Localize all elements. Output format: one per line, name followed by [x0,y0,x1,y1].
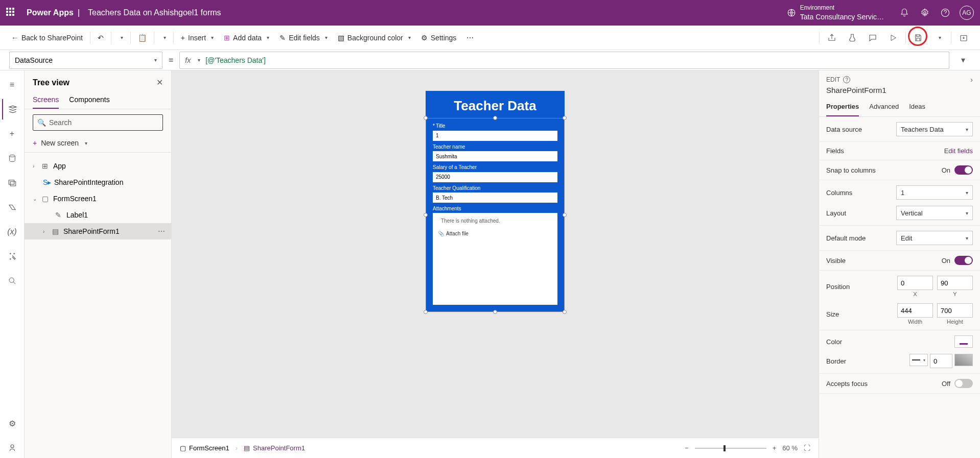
fx-icon: fx [185,56,191,64]
undo-button[interactable]: ↶ [92,30,109,46]
tree-item-app[interactable]: › ⊞ App [25,158,171,174]
snap-toggle[interactable] [954,165,973,175]
tree-item-sharepointform[interactable]: › ▤ SharePointForm1 ⋯ [25,223,171,239]
selection-handle[interactable] [563,310,567,314]
canvas-phone[interactable]: Teacher Data *Title T [426,91,565,312]
chevron-right-icon: › [43,229,49,234]
settings-rail-icon[interactable]: ⚙ [2,413,22,433]
info-icon[interactable]: ? [843,76,850,83]
tree-view-icon[interactable] [2,99,22,119]
color-picker[interactable] [954,335,973,348]
selected-element-name: SharePointForm1 [819,86,980,100]
zoom-in-icon[interactable]: + [773,444,777,452]
salary-input[interactable] [433,172,557,182]
breadcrumb-screen[interactable]: ▢FormScreen1 [180,444,229,452]
default-mode-select[interactable]: Edit▾ [896,231,973,245]
position-y-input[interactable] [937,276,973,290]
insert-rail-icon[interactable]: + [2,124,22,144]
tab-ideas[interactable]: Ideas [909,100,925,116]
edit-fields-link[interactable]: Edit fields [944,147,973,155]
waffle-icon[interactable] [6,8,16,18]
undo-menu[interactable]: ▾ [113,30,128,46]
expand-formula-icon[interactable]: ▾ [955,55,971,65]
flows-rail-icon[interactable] [2,197,22,218]
selected-form[interactable]: *Title Teacher name Salary of a Teacher … [426,118,565,312]
tree-item-formscreen[interactable]: ⌄ ▢ FormScreen1 [25,190,171,207]
search-rail-icon[interactable] [2,271,22,291]
qualification-input[interactable] [433,192,557,203]
selection-handle[interactable] [493,310,497,314]
border-style-select[interactable]: ▾ [909,354,928,366]
virtual-agent-icon[interactable] [2,438,22,458]
save-menu[interactable]: ▾ [928,28,949,48]
media-rail-icon[interactable] [2,173,22,193]
tab-advanced[interactable]: Advanced [869,100,899,116]
notifications-icon[interactable] [894,3,915,23]
prop-data-source-label: Data source [826,126,862,133]
publish-icon[interactable] [953,28,974,48]
zoom-out-icon[interactable]: − [685,444,689,452]
visible-toggle[interactable] [954,256,973,265]
attachments-box[interactable]: There is nothing attached. 📎 Attach file [433,213,557,305]
height-input[interactable] [937,303,973,318]
back-button[interactable]: ← Back to SharePoint [6,30,88,46]
position-x-input[interactable] [897,276,933,290]
paste-menu[interactable]: ▾ [156,30,171,46]
play-icon[interactable] [883,28,903,48]
variables-rail-icon[interactable]: (x) [2,222,22,242]
settings-icon[interactable] [915,3,935,23]
properties-panel: EDIT ? › SharePointForm1 Properties Adva… [819,70,980,458]
fit-icon[interactable]: ⛶ [804,444,810,452]
tab-properties[interactable]: Properties [826,100,859,116]
data-source-select[interactable]: Teachers Data▾ [896,122,973,136]
selection-handle[interactable] [563,213,567,217]
selection-handle[interactable] [424,213,428,217]
settings-button[interactable]: ⚙Settings [416,30,462,46]
share-icon[interactable] [822,28,842,48]
tree-item-label1[interactable]: ✎ Label1 [25,207,171,223]
svg-point-7 [9,278,14,282]
comments-icon[interactable] [862,28,883,48]
selection-handle[interactable] [493,116,497,120]
more-button[interactable]: ⋯ [461,30,479,46]
data-rail-icon[interactable] [2,148,22,168]
paste-button[interactable]: 📋 [133,30,152,46]
width-input[interactable] [897,303,933,318]
teacher-name-input[interactable] [433,151,557,161]
tab-screens[interactable]: Screens [33,91,59,109]
tree-search[interactable]: 🔍 Search [33,114,163,131]
tab-components[interactable]: Components [69,91,109,109]
background-color-button[interactable]: ▧Background color▾ [333,30,416,46]
hamburger-icon[interactable]: ≡ [2,75,22,95]
border-color-picker[interactable] [954,354,973,366]
accepts-focus-toggle[interactable] [954,379,973,388]
add-data-button[interactable]: ⊞Add data▾ [219,30,274,46]
selection-handle[interactable] [424,310,428,314]
edit-fields-button[interactable]: ✎Edit fields▾ [274,30,333,46]
formula-input[interactable]: fx ▾ [@'Teachers Data'] [179,52,949,69]
selection-handle[interactable] [563,116,567,120]
chevron-right-icon[interactable]: › [970,76,973,84]
property-selector[interactable]: DataSource ▾ [9,52,162,69]
user-avatar[interactable]: AG [960,6,974,20]
help-icon[interactable] [935,3,955,23]
selection-handle[interactable] [424,116,428,120]
checker-icon[interactable] [842,28,862,48]
tree-item-sharepoint-integration[interactable]: S▸ SharePointIntegration [25,174,171,190]
attach-file-button[interactable]: 📎 Attach file [438,231,552,236]
title-input[interactable] [433,131,557,141]
app-name[interactable]: Power Apps [27,8,74,17]
save-icon[interactable] [908,28,928,48]
chevron-right-icon: › [33,163,39,169]
layout-select[interactable]: Vertical▾ [896,206,973,220]
environment-picker[interactable]: Environment Tata Consultancy Servic… [787,4,884,21]
close-icon[interactable]: ✕ [156,78,163,87]
more-icon[interactable]: ⋯ [158,227,165,235]
tools-rail-icon[interactable] [2,246,22,267]
zoom-slider[interactable] [695,448,766,449]
columns-select[interactable]: 1▾ [896,185,973,200]
border-width-input[interactable] [930,354,952,368]
breadcrumb-form[interactable]: ▤SharePointForm1 [244,444,305,452]
insert-button[interactable]: +Insert▾ [176,30,219,46]
new-screen-button[interactable]: + New screen ▾ [25,136,171,150]
